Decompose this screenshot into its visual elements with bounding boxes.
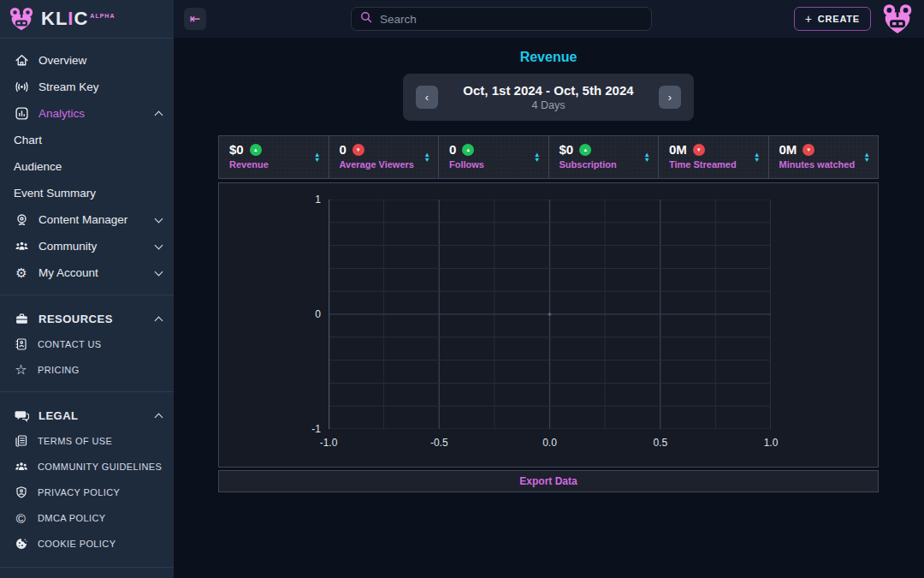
- topbar: ⇤ + CREATE: [174, 0, 924, 38]
- document-icon: [14, 434, 28, 449]
- trend-icon: ▼: [693, 144, 705, 156]
- sidebar-item-cookie-policy[interactable]: COOKIE POLICY: [0, 531, 174, 557]
- contact-book-icon: [14, 337, 28, 352]
- chart-plot-area: [329, 200, 771, 429]
- revenue-chart: -1.0-0.50.00.51.010-1: [218, 182, 879, 468]
- trend-icon: ▼: [352, 144, 364, 156]
- analytics-icon: [14, 106, 29, 122]
- briefcase-icon: [14, 311, 29, 326]
- sort-toggle-icon[interactable]: ▲▼: [644, 152, 650, 163]
- sidebar-item-my-account[interactable]: ⚙ My Account: [0, 259, 174, 286]
- sort-toggle-icon[interactable]: ▲▼: [314, 152, 320, 163]
- x-tick-label: -0.5: [430, 437, 448, 449]
- x-tick-label: 1.0: [764, 437, 779, 449]
- stat-tile-subscription[interactable]: $0▲ Subscription ▲▼: [549, 136, 660, 178]
- chevron-left-icon: ‹: [425, 91, 429, 104]
- sidebar-item-pricing[interactable]: ☆ PRICING: [0, 357, 174, 383]
- sidebar-item-audience[interactable]: Audience: [0, 153, 174, 180]
- export-data-button[interactable]: Export Data: [218, 470, 879, 492]
- sidebar: KLICALPHA Overview Stream Key Analytics …: [0, 0, 174, 578]
- chevron-down-icon: [155, 214, 163, 223]
- sidebar-item-label: Overview: [38, 54, 162, 67]
- sidebar-item-privacy-policy[interactable]: PRIVACY POLICY: [0, 480, 174, 505]
- date-range-card: ‹ Oct, 1st 2024 - Oct, 5th 2024 4 Days ›: [403, 74, 694, 121]
- trend-icon: ▲: [579, 144, 591, 156]
- sidebar-item-label: Event Summary: [14, 187, 162, 200]
- collapse-sidebar-icon: ⇤: [190, 11, 201, 27]
- main-content: Revenue ‹ Oct, 1st 2024 - Oct, 5th 2024 …: [174, 38, 924, 578]
- sidebar-item-chart[interactable]: Chart: [0, 127, 174, 153]
- search-box[interactable]: [351, 7, 652, 31]
- next-date-button[interactable]: ›: [659, 86, 681, 109]
- sidebar-item-label: My Account: [38, 266, 146, 279]
- community-icon: [14, 239, 29, 254]
- y-tick-label: 0: [315, 308, 321, 320]
- x-tick-label: 0.0: [542, 437, 557, 449]
- klic-mascot-icon: [9, 6, 34, 32]
- sidebar-item-label: Content Manager: [38, 213, 146, 226]
- legal-section-header[interactable]: LEGAL: [0, 402, 174, 428]
- plus-icon: +: [805, 12, 813, 26]
- sidebar-item-label: Chart: [14, 134, 162, 146]
- trend-icon: ▲: [250, 144, 262, 156]
- sort-toggle-icon[interactable]: ▲▼: [424, 152, 430, 163]
- trend-icon: ▼: [803, 144, 814, 156]
- stats-row: $0▲ Revenue ▲▼ 0▼ Average Viewers ▲▼ 0▲ …: [218, 135, 879, 179]
- stat-tile-follows[interactable]: 0▲ Follows ▲▼: [439, 136, 549, 178]
- sidebar-item-dmca-policy[interactable]: © DMCA POLICY: [0, 505, 174, 531]
- sidebar-item-label: Audience: [14, 160, 162, 173]
- stat-tile-time-streamed[interactable]: 0M▼ Time Streamed ▲▼: [659, 136, 769, 178]
- chevron-down-icon: [155, 267, 163, 276]
- brand-name: KLICALPHA: [41, 8, 115, 30]
- sort-toggle-icon[interactable]: ▲▼: [864, 152, 870, 163]
- sidebar-item-contact-us[interactable]: CONTACT US: [0, 331, 174, 357]
- alpha-badge: ALPHA: [90, 13, 115, 19]
- prev-date-button[interactable]: ‹: [416, 86, 438, 109]
- trend-icon: ▲: [462, 144, 474, 156]
- date-duration: 4 Days: [438, 99, 659, 111]
- shield-person-icon: [14, 486, 28, 500]
- stat-tile-minutes-watched[interactable]: 0M▼ Minutes watched ▲▼: [769, 136, 879, 178]
- sort-toggle-icon[interactable]: ▲▼: [534, 152, 540, 163]
- chevron-up-icon: [155, 413, 163, 421]
- logo[interactable]: KLICALPHA: [0, 0, 174, 38]
- page-title: Revenue: [218, 50, 879, 65]
- create-button[interactable]: + CREATE: [794, 7, 871, 31]
- sidebar-item-analytics[interactable]: Analytics: [0, 100, 174, 127]
- people-group-icon: [14, 460, 28, 474]
- sidebar-item-terms-of-use[interactable]: TERMS OF USE: [0, 428, 174, 454]
- chevron-down-icon: [155, 241, 163, 249]
- sidebar-item-community[interactable]: Community: [0, 233, 174, 259]
- chevron-up-icon: [155, 111, 163, 120]
- chat-icon: [14, 408, 29, 423]
- y-tick-label: 1: [315, 194, 321, 206]
- user-avatar[interactable]: [881, 3, 914, 34]
- sidebar-item-label: Community: [38, 240, 146, 253]
- copyright-icon: ©: [14, 511, 28, 526]
- chevron-up-icon: [155, 316, 163, 325]
- star-icon: ☆: [14, 363, 28, 378]
- gear-icon: ⚙: [14, 265, 29, 281]
- search-input[interactable]: [380, 13, 643, 26]
- sidebar-item-community-guidelines[interactable]: COMMUNITY GUIDELINES: [0, 454, 174, 480]
- collapse-sidebar-button[interactable]: ⇤: [184, 8, 206, 30]
- stat-tile-average-viewers[interactable]: 0▼ Average Viewers ▲▼: [329, 136, 440, 178]
- sort-toggle-icon[interactable]: ▲▼: [754, 152, 760, 163]
- cookie-icon: [14, 537, 28, 551]
- sidebar-item-overview[interactable]: Overview: [0, 47, 174, 74]
- stat-tile-revenue[interactable]: $0▲ Revenue ▲▼: [219, 136, 329, 178]
- resources-section-header[interactable]: RESOURCES: [0, 306, 174, 331]
- sidebar-item-content-manager[interactable]: Content Manager: [0, 206, 174, 233]
- sidebar-item-label: Stream Key: [38, 80, 162, 93]
- x-tick-label: -1.0: [320, 437, 338, 449]
- date-range-text: Oct, 1st 2024 - Oct, 5th 2024: [438, 83, 659, 98]
- search-icon: [360, 11, 372, 27]
- sidebar-item-event-summary[interactable]: Event Summary: [0, 180, 174, 206]
- sidebar-item-label: Analytics: [38, 107, 146, 120]
- home-icon: [14, 53, 29, 69]
- y-tick-label: -1: [311, 423, 321, 435]
- broadcast-icon: [14, 80, 29, 95]
- x-tick-label: 0.5: [653, 437, 667, 449]
- sidebar-item-stream-key[interactable]: Stream Key: [0, 74, 174, 100]
- divider: [0, 567, 174, 568]
